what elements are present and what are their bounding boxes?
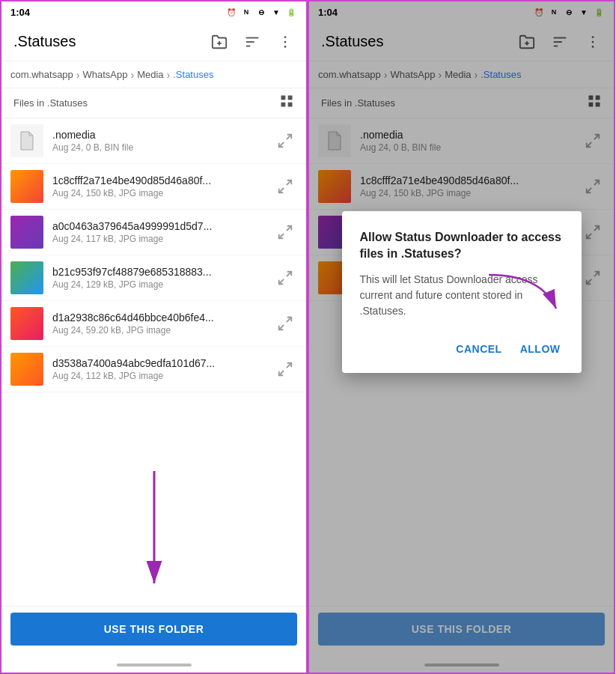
file-thumbnail — [10, 216, 43, 249]
file-info: a0c0463a379645a4999991d5d7... Aug 24, 11… — [52, 220, 273, 244]
file-meta: Aug 24, 150 kB, JPG image — [52, 188, 273, 198]
file-meta: Aug 24, 112 kB, JPG image — [52, 371, 273, 381]
svg-line-14 — [287, 180, 291, 185]
svg-rect-8 — [281, 96, 286, 100]
file-name: d1a2938c86c64d46bbce40b6fe4... — [52, 312, 273, 324]
file-thumbnail — [10, 353, 43, 386]
files-header-left: Files in .Statuses — [1, 88, 306, 118]
file-meta: Aug 24, 117 kB, JPG image — [52, 234, 273, 244]
dialog-title: Allow Status Downloader to access files … — [360, 229, 564, 263]
file-meta: Aug 24, 129 kB, JPG image — [52, 279, 273, 290]
expand-icon[interactable] — [273, 129, 297, 153]
dialog-body: This will let Status Downloader access c… — [360, 272, 564, 319]
file-name: 1c8cfff2a71e4be490d85d46a80f... — [52, 174, 273, 186]
file-info: d1a2938c86c64d46bbce40b6fe4... Aug 24, 5… — [52, 312, 273, 336]
svg-rect-9 — [288, 96, 293, 100]
list-item: d1a2938c86c64d46bbce40b6fe4... Aug 24, 5… — [1, 301, 306, 347]
page-title-left: .Statuses — [13, 33, 204, 50]
use-folder-button-left[interactable]: USE THIS FOLDER — [10, 613, 297, 646]
status-icons-left: ⏰ N ⊖ ▼ 🔋 — [225, 6, 297, 18]
breadcrumb-left: com.whatsapp › WhatsApp › Media › .Statu… — [1, 61, 306, 88]
sort-button-left[interactable] — [237, 27, 267, 57]
alarm-icon: ⏰ — [225, 6, 237, 18]
file-meta: Aug 24, 0 B, BIN file — [52, 142, 273, 153]
svg-rect-10 — [281, 103, 286, 107]
arrow-down-left — [132, 464, 177, 598]
battery-icon: 🔋 — [285, 6, 297, 18]
file-thumbnail — [10, 261, 43, 294]
svg-line-20 — [287, 318, 291, 322]
list-item: d3538a7400a94abc9edfa101d67... Aug 24, 1… — [1, 347, 306, 392]
top-bar-left: .Statuses — [1, 22, 306, 61]
svg-line-12 — [287, 135, 291, 139]
nfc-icon: N — [240, 6, 252, 18]
svg-point-6 — [284, 40, 287, 43]
file-thumbnail — [10, 307, 43, 340]
file-name: b21c953f97cf48879e685318883... — [52, 266, 273, 278]
file-name: a0c0463a379645a4999991d5d7... — [52, 220, 273, 232]
crumb-1-left: WhatsApp — [83, 69, 128, 80]
file-thumbnail — [10, 124, 43, 157]
dialog-actions: CANCEL ALLOW — [360, 331, 564, 367]
add-folder-button-left[interactable] — [204, 27, 234, 57]
wifi-icon: ▼ — [270, 6, 282, 18]
crumb-0-left: com.whatsapp — [10, 69, 73, 80]
left-panel: 1:04 ⏰ N ⊖ ▼ 🔋 .Statuses — [0, 0, 308, 674]
svg-line-13 — [279, 142, 284, 147]
file-info: d3538a7400a94abc9edfa101d67... Aug 24, 1… — [52, 357, 273, 381]
time-left: 1:04 — [10, 7, 30, 18]
file-name: .nomedia — [52, 129, 273, 141]
file-meta: Aug 24, 59.20 kB, JPG image — [52, 325, 273, 336]
svg-line-19 — [279, 279, 284, 284]
file-list-left: .nomedia Aug 24, 0 B, BIN file 1c8cfff2a… — [1, 118, 306, 456]
expand-icon[interactable] — [273, 312, 297, 336]
expand-icon[interactable] — [273, 220, 297, 244]
list-item: .nomedia Aug 24, 0 B, BIN file — [1, 118, 306, 164]
home-bar-left — [117, 664, 192, 667]
expand-icon[interactable] — [273, 266, 297, 290]
svg-line-17 — [279, 234, 284, 238]
dnd-icon: ⊖ — [255, 6, 267, 18]
toolbar-icons-left — [204, 27, 300, 57]
svg-line-15 — [279, 188, 284, 192]
files-label-left: Files in .Statuses — [13, 97, 88, 109]
file-name: d3538a7400a94abc9edfa101d67... — [52, 357, 273, 369]
home-indicator-left — [1, 658, 306, 673]
list-item: a0c0463a379645a4999991d5d7... Aug 24, 11… — [1, 210, 306, 255]
cancel-button[interactable]: CANCEL — [453, 337, 504, 361]
status-bar-left: 1:04 ⏰ N ⊖ ▼ 🔋 — [1, 1, 306, 22]
svg-line-16 — [287, 226, 291, 231]
permission-dialog: Allow Status Downloader to access files … — [342, 211, 582, 373]
crumb-3-left: .Statuses — [173, 69, 213, 80]
expand-icon[interactable] — [273, 357, 297, 381]
svg-rect-11 — [288, 103, 293, 107]
svg-line-18 — [287, 272, 291, 276]
svg-line-23 — [279, 371, 284, 375]
file-info: 1c8cfff2a71e4be490d85d46a80f... Aug 24, … — [52, 174, 273, 198]
more-button-left[interactable] — [270, 27, 300, 57]
allow-button[interactable]: ALLOW — [517, 337, 564, 361]
svg-point-7 — [284, 46, 287, 48]
svg-line-22 — [287, 363, 291, 368]
list-item: 1c8cfff2a71e4be490d85d46a80f... Aug 24, … — [1, 164, 306, 210]
grid-view-button-left[interactable] — [279, 94, 294, 112]
svg-point-5 — [284, 36, 287, 38]
list-item: b21c953f97cf48879e685318883... Aug 24, 1… — [1, 255, 306, 301]
right-panel: 1:04 ⏰ N ⊖ ▼ 🔋 .Statuses — [308, 0, 615, 674]
file-info: .nomedia Aug 24, 0 B, BIN file — [52, 129, 273, 153]
bottom-area-left: USE THIS FOLDER — [1, 606, 306, 658]
dialog-overlay: Allow Status Downloader to access files … — [309, 1, 614, 673]
file-info: b21c953f97cf48879e685318883... Aug 24, 1… — [52, 266, 273, 290]
crumb-2-left: Media — [137, 69, 163, 80]
svg-line-21 — [279, 325, 284, 330]
expand-icon[interactable] — [273, 174, 297, 198]
file-thumbnail — [10, 170, 43, 203]
